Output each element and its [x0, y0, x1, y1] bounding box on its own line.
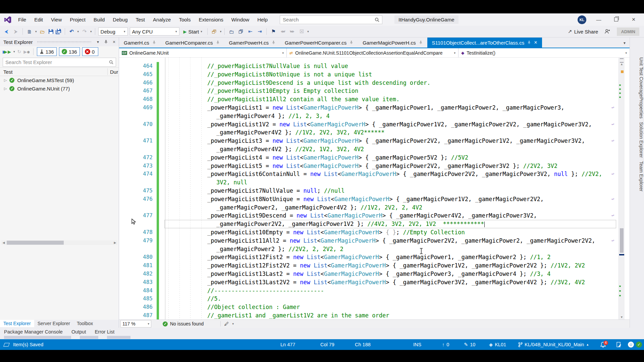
side-tab-team-explorer[interactable]: Team Explorer: [630, 161, 644, 191]
test-group-row[interactable]: ▷✓OnlineGame.NUnit (77): [0, 84, 119, 93]
code-line[interactable]: ↩474_powerMagicList6ContainNull = new Li…: [119, 170, 630, 178]
redo-dropdown[interactable]: ▾: [90, 30, 92, 33]
column-splitter[interactable]: [107, 68, 108, 75]
save-all-icon[interactable]: [56, 29, 62, 34]
start-debug-button[interactable]: ▶ Start ▾: [181, 29, 204, 35]
code-cleanup-dropdown[interactable]: ▾: [232, 322, 234, 325]
side-tab-unit-test-coverage[interactable]: Unit Test Coverage: [630, 57, 644, 97]
menu-item-tools[interactable]: Tools: [175, 15, 194, 24]
code-line[interactable]: 482_powerMagicList13Last2 = new List<Gam…: [119, 270, 630, 278]
code-line[interactable]: 475_powerMagicList7NullValue = null; //n…: [119, 187, 630, 195]
navigate-back-icon[interactable]: ⮜: [3, 28, 10, 35]
notifications-button[interactable]: 4: [600, 339, 606, 350]
editor-tab[interactable]: GamerMagicPowerH.cs: [358, 38, 427, 48]
code-line-wrap[interactable]: _gamerMagicPower4V2 }; //1V2, 2V2, 3V2, …: [119, 128, 630, 137]
member-dropdown[interactable]: ◆ TestInitialize()▾: [459, 48, 630, 57]
expand-icon[interactable]: ▷: [4, 86, 7, 91]
avatar[interactable]: KL: [578, 15, 586, 24]
menu-item-view[interactable]: View: [48, 15, 65, 24]
editor-tab[interactable]: GamerHComparer.cs: [161, 38, 224, 48]
decrease-indent-icon[interactable]: ⇤: [247, 28, 254, 35]
test-group-row[interactable]: ▷✓OnlineGame.MSTest (59): [0, 76, 119, 84]
side-tab-solution-explorer[interactable]: Solution Explorer: [630, 122, 644, 158]
clear-bookmarks-icon[interactable]: ⮽: [298, 28, 305, 35]
pin-icon[interactable]: [103, 40, 109, 44]
debug-target-dropdown[interactable]: Debug▾: [98, 27, 128, 36]
scroll-down-icon[interactable]: ▼: [619, 315, 625, 319]
scroll-right-icon[interactable]: ▶: [113, 241, 117, 244]
run-all-tests-icon[interactable]: ▶▶: [3, 49, 5, 54]
menu-item-analyze[interactable]: Analyze: [150, 15, 174, 24]
code-line[interactable]: ↩469_powerMagicList1 = new List<GamerMag…: [119, 104, 630, 112]
test-list-header[interactable]: Test Dur: [0, 67, 119, 76]
panel-tab-output[interactable]: Output: [71, 329, 86, 335]
pin-icon[interactable]: [350, 41, 353, 45]
panel-tab-test-explorer[interactable]: Test Explorer: [0, 320, 34, 327]
pin-icon[interactable]: [152, 41, 156, 45]
project-dropdown[interactable]: C# OnlineGame.NUnit▾: [119, 48, 287, 57]
column-indicator[interactable]: Col 79: [320, 339, 334, 350]
expand-icon[interactable]: ▷: [4, 78, 7, 82]
insert-mode-indicator[interactable]: INS: [413, 339, 421, 350]
find-in-files-icon[interactable]: 🗀: [228, 29, 235, 35]
horizontal-scrollbar[interactable]: ◀ ▶: [1, 240, 117, 245]
test-explorer-title-bar[interactable]: Test Explorer ▾ ×: [0, 38, 119, 46]
code-line-wrap[interactable]: _gamerMagicPower2V2, _gamerMagicPower1V2…: [119, 220, 630, 228]
document-health-indicator[interactable]: ✓ No issues found: [163, 321, 204, 326]
tab-list-dropdown-icon[interactable]: ▼: [623, 41, 626, 45]
restore-button[interactable]: [611, 17, 621, 22]
code-line[interactable]: ↩477_powerMagicList9Descend = new List<G…: [119, 212, 630, 220]
code-line[interactable]: 478_powerMagicList10Empty = new List<Gam…: [119, 228, 630, 237]
panel-tab-error-list[interactable]: Error List: [95, 329, 114, 335]
run-tests-icon[interactable]: ▶: [8, 49, 11, 54]
menu-item-edit[interactable]: Edit: [31, 15, 46, 24]
code-line[interactable]: 487//_gamerList1 and _gamerList1V2 are i…: [119, 311, 630, 319]
branch-indicator[interactable]: KL/04B_NUnit_KL/00_Main ▲: [518, 339, 589, 350]
total-tests-filter[interactable]: 136: [37, 47, 57, 56]
admin-button[interactable]: ADMIN: [617, 27, 639, 36]
cancel-run-icon[interactable]: ▶⊗: [23, 49, 30, 54]
prev-bookmark-icon[interactable]: ⮨: [279, 28, 286, 35]
search-input[interactable]: Search: [280, 15, 382, 24]
editor-tab[interactable]: GamerH.cs: [119, 38, 161, 48]
editor-tab[interactable]: GamerPowerHComparer.cs: [280, 38, 358, 48]
code-line[interactable]: 473_powerMagicList5 = new List<GamerMagi…: [119, 162, 630, 170]
document-outline-icon[interactable]: 🗇: [237, 29, 245, 35]
code-line-wrap[interactable]: _gamerMagicPower4V2 }; //2V2, 1V2, 3V2, …: [119, 145, 630, 154]
panel-tab-package-manager-console[interactable]: Package Manager Console: [4, 329, 63, 335]
code-line[interactable]: 485//5.: [119, 295, 630, 303]
window-position-icon[interactable]: ▾: [95, 40, 101, 44]
close-panel-icon[interactable]: ×: [111, 39, 117, 45]
undo-icon[interactable]: ↶: [68, 28, 75, 35]
undo-dropdown[interactable]: ▾: [77, 30, 79, 33]
editor-tab[interactable]: S1101ObjectCollect...areToOtherClass.cs×: [427, 38, 542, 48]
code-line-wrap[interactable]: _gamerMagicPower2, _gamerMagicPower4V2 }…: [119, 203, 630, 212]
side-tab-properties[interactable]: Properties: [630, 97, 644, 119]
failed-tests-filter[interactable]: ✕ 0: [82, 47, 98, 56]
code-line[interactable]: 484//--------------------------------: [119, 287, 630, 295]
editor-tab[interactable]: GamerPowerH.cs: [224, 38, 280, 48]
scrollbar-thumb[interactable]: [7, 241, 64, 245]
pin-icon[interactable]: [216, 41, 220, 45]
code-line[interactable]: ↩470_powerMagicList1V2 = new List<GamerM…: [119, 120, 630, 129]
code-line[interactable]: 481_powerMagicList12Fist2V2 = new List<G…: [119, 261, 630, 270]
menu-item-build[interactable]: Build: [90, 15, 108, 24]
live-share-button[interactable]: ↗ Live Share: [568, 28, 598, 35]
code-line-wrap[interactable]: _gamerMagicPower2 }; //2V2, 2, 2V2, 2: [119, 245, 630, 253]
code-line[interactable]: 486//Object collection : Gamer: [119, 303, 630, 311]
line-indicator[interactable]: Ln 477: [280, 339, 295, 350]
attach-dropdown[interactable]: ▾: [220, 30, 222, 33]
close-button[interactable]: ×: [629, 16, 639, 23]
code-cleanup-icon[interactable]: 🖉: [224, 321, 229, 326]
menu-item-test[interactable]: Test: [132, 15, 149, 24]
navigate-forward-icon[interactable]: ⮞: [12, 28, 19, 35]
run-dropdown[interactable]: ▾: [13, 50, 15, 53]
menu-item-help[interactable]: Help: [254, 15, 271, 24]
repo-indicator[interactable]: ◈KL01: [489, 339, 506, 350]
pin-icon[interactable]: [272, 41, 275, 45]
new-project-dropdown[interactable]: ▾: [35, 30, 37, 33]
code-line[interactable]: ↩479_powerMagicList11All2 = new List<Gam…: [119, 237, 630, 245]
panel-drag-grip[interactable]: [37, 41, 91, 43]
panel-tab-toolbox[interactable]: Toolbox: [73, 320, 96, 327]
scroll-left-icon[interactable]: ◀: [1, 241, 6, 244]
